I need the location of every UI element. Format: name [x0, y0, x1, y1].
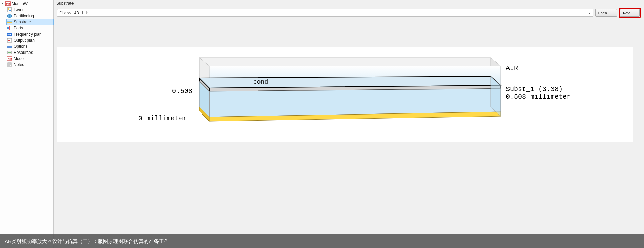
- sidebar-item-label: Model: [14, 56, 25, 61]
- sidebar-item-label: Ports: [14, 26, 23, 30]
- svg-text:EM: EM: [8, 58, 12, 61]
- svg-text:GHz: GHz: [8, 33, 13, 36]
- new-button[interactable]: New...: [620, 9, 640, 17]
- svg-rect-6: [7, 22, 12, 23]
- subst-thickness-label: 0.508 millimeter: [506, 93, 571, 101]
- partitioning-icon: [7, 13, 12, 19]
- left-508-label: 0.508: [172, 87, 192, 95]
- tree-root[interactable]: ▾ EM Mom uW: [0, 1, 53, 7]
- substrate-select-value: Class_AB_lib: [59, 11, 89, 15]
- panel-title: Substrate: [54, 0, 644, 7]
- sidebar-item-resources[interactable]: Resources: [7, 49, 53, 56]
- tree-caret-icon[interactable]: ▾: [1, 2, 4, 5]
- sidebar-item-label: Partitioning: [14, 14, 34, 18]
- substrate-icon: [7, 19, 12, 25]
- ports-icon: [7, 25, 12, 31]
- substrate-diagram: AIR Subst_1 (3.38) 0.508 millimeter 0.50…: [57, 47, 633, 142]
- sidebar-item-output-plan[interactable]: Output plan: [7, 37, 53, 43]
- sidebar-item-substrate[interactable]: Substrate: [6, 19, 54, 25]
- svg-rect-14: [7, 45, 12, 45]
- substrate-select[interactable]: Class_AB_lib ▾: [57, 9, 593, 17]
- options-icon: [7, 44, 12, 49]
- layout-icon: [7, 7, 12, 13]
- em-icon: EM: [5, 1, 11, 6]
- sidebar-item-label: Substrate: [14, 20, 31, 24]
- main-panel: Substrate Class_AB_lib ▾ Open... New...: [54, 0, 644, 248]
- sidebar-item-label: Resources: [14, 50, 33, 55]
- model-icon: EM: [7, 56, 12, 61]
- caption-bar: AB类射频功率放大器设计与仿真（二）：版图原理图联合仿真的准备工作: [0, 234, 644, 248]
- svg-rect-3: [8, 8, 9, 10]
- svg-rect-10: [7, 27, 9, 29]
- sidebar-item-label: Notes: [14, 62, 24, 67]
- svg-rect-7: [7, 21, 12, 22]
- frequency-plan-icon: GHz: [7, 32, 12, 37]
- sidebar-item-label: Output plan: [14, 38, 35, 43]
- resources-icon: [7, 50, 12, 55]
- svg-rect-8: [7, 20, 12, 21]
- open-button[interactable]: Open...: [595, 9, 617, 17]
- sidebar-item-partitioning[interactable]: Partitioning: [7, 13, 53, 19]
- sidebar-item-layout[interactable]: Layout: [7, 7, 53, 13]
- cond-label: cond: [253, 79, 268, 85]
- svg-rect-16: [7, 47, 12, 48]
- sidebar: ▾ EM Mom uW Layout Partitioning: [0, 0, 54, 248]
- sidebar-item-notes[interactable]: Notes: [7, 62, 53, 68]
- svg-rect-15: [7, 46, 12, 47]
- sidebar-item-label: Layout: [14, 7, 26, 12]
- sidebar-item-ports[interactable]: Ports: [7, 25, 53, 31]
- notes-icon: [7, 62, 12, 67]
- sidebar-item-model[interactable]: EM Model: [7, 56, 53, 62]
- substrate-toolbar: Class_AB_lib ▾ Open... New...: [54, 7, 644, 20]
- zero-millimeter-label: 0 millimeter: [138, 115, 187, 122]
- sidebar-item-label: Frequency plan: [14, 32, 42, 37]
- substrate-viewport: AIR Subst_1 (3.38) 0.508 millimeter 0.50…: [57, 20, 641, 245]
- svg-rect-4: [9, 10, 11, 11]
- sidebar-item-label: Options: [14, 44, 27, 49]
- chevron-down-icon: ▾: [589, 11, 591, 15]
- output-plan-icon: [7, 38, 12, 43]
- svg-text:EM: EM: [6, 3, 10, 6]
- air-layer-label: AIR: [506, 64, 518, 72]
- sidebar-item-options[interactable]: Options: [7, 43, 53, 49]
- caption-text: AB类射频功率放大器设计与仿真（二）：版图原理图联合仿真的准备工作: [5, 238, 169, 245]
- svg-rect-9: [9, 26, 10, 30]
- new-button-highlight: New...: [619, 8, 641, 18]
- subst-name-label: Subst_1 (3.38): [506, 85, 563, 93]
- sidebar-item-frequency-plan[interactable]: GHz Frequency plan: [7, 31, 53, 37]
- tree-root-label: Mom uW: [12, 1, 28, 6]
- svg-rect-18: [8, 52, 11, 53]
